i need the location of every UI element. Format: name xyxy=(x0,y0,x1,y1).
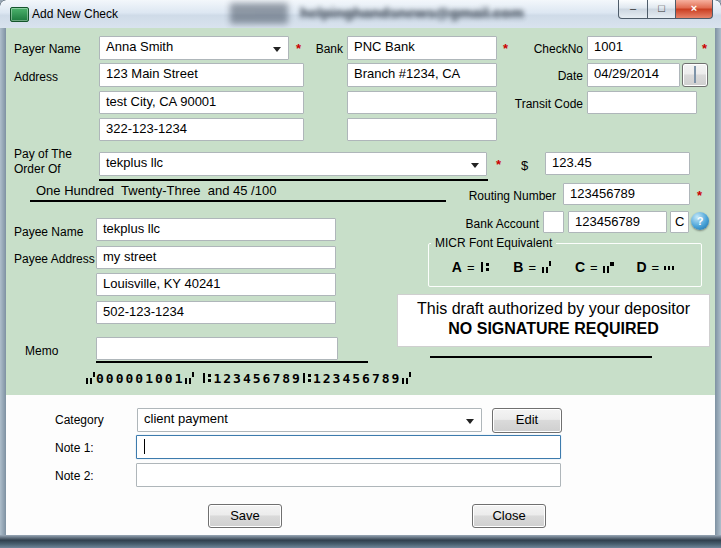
micr-item-c: C = xyxy=(575,259,614,275)
category-dropdown[interactable]: client payment xyxy=(137,408,482,432)
transit-code-field[interactable] xyxy=(587,91,697,114)
edit-button[interactable]: Edit xyxy=(492,408,562,433)
date-picker-button[interactable] xyxy=(682,63,708,87)
bank-account-suffix-box[interactable]: C xyxy=(670,211,689,233)
bank-name-field[interactable]: PNC Bank xyxy=(347,36,497,60)
micr-digit: 4 xyxy=(243,371,253,386)
routing-number-field[interactable]: 123456789 xyxy=(563,183,690,205)
app-icon xyxy=(10,7,29,22)
payee-address-label: Payee Address xyxy=(14,252,95,266)
date-field[interactable]: 04/29/2014 xyxy=(587,63,680,87)
bank-account-prefix-box[interactable] xyxy=(543,211,564,233)
payee-address-line1-field[interactable]: my street xyxy=(96,246,336,269)
bank-branch-field[interactable]: Branch #1234, CA xyxy=(347,63,497,87)
micr-digit: 6 xyxy=(362,371,372,386)
draft-notice-line1: This draft authorized by your depositor xyxy=(398,300,709,318)
pay-order-underline xyxy=(99,179,488,181)
pay-order-label-line1: Pay of The xyxy=(14,147,72,161)
address-label: Address xyxy=(14,70,58,84)
payer-address-line3-field[interactable]: 322-123-1234 xyxy=(99,118,304,141)
micr-amount-symbol-icon xyxy=(603,261,614,274)
signature-underline xyxy=(430,356,652,358)
micr-digit: 4 xyxy=(342,371,352,386)
micr-digit: 9 xyxy=(392,371,402,386)
payee-address-line2-field[interactable]: Louisville, KY 40241 xyxy=(96,273,336,296)
equals-sign: = xyxy=(590,260,598,275)
note1-label: Note 1: xyxy=(55,441,94,455)
pay-order-required-asterisk: * xyxy=(496,157,501,172)
micr-font-equivalent-group: MICR Font Equivalent A = B = C = D = xyxy=(428,243,702,287)
memo-underline xyxy=(96,361,368,363)
check-no-field[interactable]: 1001 xyxy=(587,36,697,60)
micr-transit-symbol-icon xyxy=(480,261,491,274)
pay-order-dropdown[interactable]: tekplus llc xyxy=(99,152,487,176)
payer-address-line1-field[interactable]: 123 Main Street xyxy=(99,63,304,87)
micr-digit: 5 xyxy=(352,371,362,386)
help-globe-icon[interactable]: ? xyxy=(691,212,709,230)
chevron-down-icon xyxy=(273,47,281,52)
micr-transit-symbol-icon xyxy=(202,372,213,385)
equals-sign: = xyxy=(652,260,660,275)
pay-order-value: tekplus llc xyxy=(106,155,163,170)
micr-onus-symbol-icon xyxy=(541,261,552,274)
bank-account-label: Bank Account xyxy=(437,217,539,231)
micr-letter: B xyxy=(513,259,523,275)
micr-digit: 7 xyxy=(372,371,382,386)
transit-code-label: Transit Code xyxy=(480,97,583,111)
micr-letter: C xyxy=(575,259,585,275)
window-border-bottom xyxy=(0,535,721,548)
bank-extra1-field[interactable] xyxy=(347,91,497,114)
micr-digit: 9 xyxy=(292,371,302,386)
maximize-button[interactable]: □ xyxy=(648,0,675,19)
window-title: Add New Check xyxy=(32,7,118,21)
payee-name-field[interactable]: tekplus llc xyxy=(96,218,336,241)
micr-digit: 0 xyxy=(96,371,106,386)
blurred-background-text: helpinghandsnews@gmail.com xyxy=(300,4,524,21)
micr-digit: 2 xyxy=(323,371,333,386)
close-button[interactable]: Close xyxy=(472,504,546,528)
draft-notice: This draft authorized by your depositor … xyxy=(397,294,710,347)
micr-letter: D xyxy=(636,259,646,275)
note1-field[interactable] xyxy=(136,435,561,459)
memo-label: Memo xyxy=(25,344,58,358)
micr-digit: 0 xyxy=(116,371,126,386)
check-no-required-asterisk: * xyxy=(702,41,707,56)
payer-name-dropdown[interactable]: Anna Smith xyxy=(99,36,289,60)
payee-name-label: Payee Name xyxy=(14,225,83,239)
micr-digit: 1 xyxy=(213,371,223,386)
chevron-down-icon xyxy=(466,419,474,424)
note2-field[interactable] xyxy=(136,463,561,487)
save-button[interactable]: Save xyxy=(208,504,282,528)
pay-order-label-line2: Order Of xyxy=(14,162,61,176)
check-no-label: CheckNo xyxy=(495,42,583,56)
close-window-button[interactable]: × xyxy=(675,0,713,19)
category-value: client payment xyxy=(144,411,228,426)
micr-digit: 3 xyxy=(233,371,243,386)
calendar-icon xyxy=(694,66,696,83)
payer-address-line2-field[interactable]: test City, CA 90001 xyxy=(99,91,304,114)
add-new-check-window: Add New Check helpinghandsnews@gmail.com… xyxy=(0,0,721,548)
equals-sign: = xyxy=(467,260,475,275)
micr-dash-symbol-icon xyxy=(664,261,678,274)
routing-number-label: Routing Number xyxy=(453,189,556,203)
micr-digit: 5 xyxy=(253,371,263,386)
title-bar[interactable]: Add New Check helpinghandsnews@gmail.com… xyxy=(0,0,721,29)
amount-in-words: One Hundred Twenty-Three and 45 /100 xyxy=(30,183,446,202)
micr-digit: 1 xyxy=(175,371,185,386)
category-label: Category xyxy=(55,413,104,427)
micr-digit: 0 xyxy=(125,371,135,386)
minimize-button[interactable]: – xyxy=(618,0,648,19)
micr-item-a: A = xyxy=(452,259,491,275)
micr-digit: 1 xyxy=(145,371,155,386)
micr-digit: 2 xyxy=(223,371,233,386)
micr-letter: A xyxy=(452,259,462,275)
bank-extra2-field[interactable] xyxy=(347,118,497,141)
payee-address-line3-field[interactable]: 502-123-1234 xyxy=(96,301,336,324)
micr-transit-symbol-icon xyxy=(302,372,313,385)
amount-field[interactable]: 123.45 xyxy=(545,152,690,175)
bank-label: Bank xyxy=(303,42,343,56)
currency-symbol: $ xyxy=(521,158,528,173)
date-label: Date xyxy=(495,69,583,83)
bank-account-field[interactable]: 123456789 xyxy=(568,211,667,233)
memo-field[interactable] xyxy=(96,337,338,360)
